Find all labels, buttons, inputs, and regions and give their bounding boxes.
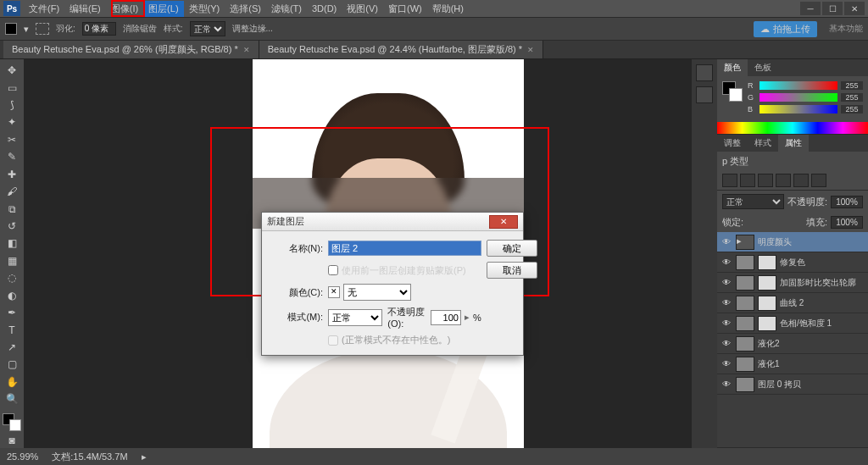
- canvas-area[interactable]: 新建图层 ✕ 名称(N): 确定 使用前一图层创建剪贴蒙版(P) 取消 颜色(C…: [24, 59, 692, 448]
- menu-image[interactable]: 图像(I): [106, 1, 143, 17]
- history-brush-tool[interactable]: ↺: [3, 219, 21, 234]
- visibility-icon[interactable]: 👁: [721, 298, 732, 307]
- layer-thumb: [736, 296, 754, 311]
- zoom-display[interactable]: 25.99%: [7, 451, 38, 462]
- g-slider[interactable]: [760, 93, 837, 102]
- hand-tool[interactable]: ✋: [3, 374, 21, 390]
- gradient-tool[interactable]: ▦: [3, 253, 21, 268]
- move-tool[interactable]: ✥: [3, 63, 21, 78]
- layer-row[interactable]: 👁液化2: [717, 334, 868, 354]
- menu-layer[interactable]: 图层(L): [143, 1, 183, 17]
- blur-tool[interactable]: ◌: [3, 270, 21, 285]
- menu-help[interactable]: 帮助(H): [427, 1, 469, 17]
- adj-icon[interactable]: [811, 174, 826, 187]
- blend-mode-select[interactable]: 正常: [722, 194, 784, 209]
- feather-input[interactable]: [82, 22, 116, 36]
- actions-panel-icon[interactable]: [696, 86, 713, 103]
- visibility-icon[interactable]: 👁: [721, 318, 732, 328]
- layer-row[interactable]: 👁色相/饱和度 1: [717, 313, 868, 334]
- style-select[interactable]: 正常: [190, 21, 225, 36]
- b-slider[interactable]: [760, 105, 837, 113]
- essentials-label[interactable]: 基本功能: [829, 23, 863, 35]
- adj-icon[interactable]: [740, 174, 755, 187]
- layer-thumb: [736, 336, 754, 352]
- menu-type[interactable]: 类型(Y): [184, 1, 225, 17]
- layer-row[interactable]: 👁曲线 2: [717, 293, 868, 313]
- color-swatch[interactable]: [3, 413, 21, 430]
- visibility-icon[interactable]: 👁: [721, 379, 732, 389]
- layer-row[interactable]: 👁修复色: [717, 252, 868, 273]
- menu-edit[interactable]: 编辑(E): [64, 1, 106, 17]
- history-panel-icon[interactable]: [696, 64, 713, 81]
- path-tool[interactable]: ↗: [3, 340, 21, 355]
- adj-icon[interactable]: [722, 174, 737, 187]
- pen-tool[interactable]: ✒: [3, 305, 21, 320]
- adj-icon[interactable]: [758, 174, 773, 187]
- zoom-tool[interactable]: 🔍: [3, 391, 21, 407]
- cancel-button[interactable]: 取消: [487, 262, 537, 279]
- spectrum-picker[interactable]: [717, 122, 868, 134]
- selection-new-icon[interactable]: [36, 23, 49, 35]
- adjust-tab[interactable]: 调整: [717, 135, 748, 152]
- type-tool[interactable]: T: [3, 322, 21, 337]
- crop-tool[interactable]: ✂: [3, 132, 21, 147]
- lasso-tool[interactable]: ⟆: [3, 97, 21, 113]
- layer-row[interactable]: 👁液化1: [717, 354, 868, 374]
- eraser-tool[interactable]: ◧: [3, 235, 21, 251]
- visibility-icon[interactable]: 👁: [721, 359, 732, 368]
- visibility-icon[interactable]: 👁: [721, 278, 732, 287]
- clip-checkbox[interactable]: [328, 265, 338, 275]
- close-icon[interactable]: ✕: [243, 46, 250, 54]
- neutral-checkbox: [328, 335, 338, 346]
- menu-window[interactable]: 窗口(W): [383, 1, 427, 17]
- layer-row[interactable]: 👁加固影时比突出轮廓: [717, 273, 868, 293]
- props-tab[interactable]: 属性: [778, 135, 809, 152]
- statusbar: 25.99% 文档:15.4M/53.7M ▸: [0, 448, 868, 465]
- menu-view[interactable]: 视图(V): [342, 1, 383, 17]
- maximize-button[interactable]: ☐: [822, 2, 843, 15]
- styles-tab[interactable]: 样式: [748, 135, 778, 152]
- brush-tool[interactable]: 🖌: [3, 184, 21, 199]
- r-slider[interactable]: [760, 81, 837, 90]
- app-logo: Ps: [3, 1, 20, 16]
- menu-select[interactable]: 选择(S): [225, 1, 266, 17]
- marquee-icon[interactable]: [5, 23, 17, 35]
- document-tab-1[interactable]: Beauty Retusche Eva.psd @ 26% (明度颜头, RGB…: [3, 41, 259, 58]
- color-select[interactable]: 无: [343, 284, 411, 301]
- opacity-input[interactable]: [431, 310, 461, 325]
- ok-button[interactable]: 确定: [487, 240, 537, 257]
- mask-thumb: [758, 296, 776, 311]
- layer-row[interactable]: 👁图层 0 拷贝: [717, 374, 868, 395]
- close-icon[interactable]: ✕: [527, 46, 534, 54]
- layer-row[interactable]: 👁▸明度颜头: [717, 232, 868, 252]
- adjust-edge-button[interactable]: 调整边缘...: [232, 23, 273, 35]
- visibility-icon[interactable]: 👁: [721, 257, 732, 267]
- quickmask-tool[interactable]: ◙: [3, 433, 21, 448]
- close-button[interactable]: ✕: [844, 2, 865, 15]
- upload-button[interactable]: ☁拍拖上传: [754, 21, 817, 37]
- color-tab[interactable]: 颜色: [717, 59, 748, 76]
- options-bar: ▾ 羽化: 消除锯齿 样式: 正常 调整边缘... ☁拍拖上传 基本功能: [0, 17, 868, 41]
- wand-tool[interactable]: ✦: [3, 114, 21, 130]
- visibility-icon[interactable]: 👁: [721, 339, 732, 348]
- dialog-close-button[interactable]: ✕: [489, 215, 518, 229]
- menu-file[interactable]: 文件(F): [24, 1, 64, 17]
- visibility-icon[interactable]: 👁: [721, 237, 732, 246]
- stamp-tool[interactable]: ⧉: [3, 201, 21, 216]
- document-tab-2[interactable]: Beauty Retusche Eva.psd @ 24.4% (Hautfar…: [259, 41, 543, 58]
- minimize-button[interactable]: ─: [800, 2, 821, 15]
- heal-tool[interactable]: ✚: [3, 167, 21, 182]
- panel-swatch[interactable]: [722, 81, 743, 102]
- shape-tool[interactable]: ▢: [3, 357, 21, 372]
- eyedropper-tool[interactable]: ✎: [3, 149, 21, 164]
- dodge-tool[interactable]: ◐: [3, 287, 21, 302]
- swatches-tab[interactable]: 色板: [748, 59, 778, 76]
- layers-panel: 正常不透明度:100% 锁定:填充:100% 👁▸明度颜头 👁修复色 👁加固影时…: [717, 191, 868, 448]
- adj-icon[interactable]: [776, 174, 791, 187]
- layer-name-input[interactable]: [328, 241, 481, 256]
- marquee-tool[interactable]: ▭: [3, 80, 21, 95]
- adj-icon[interactable]: [793, 174, 809, 187]
- menu-filter[interactable]: 滤镜(T): [266, 1, 307, 17]
- mode-select[interactable]: 正常: [328, 309, 382, 326]
- menu-3d[interactable]: 3D(D): [307, 2, 342, 15]
